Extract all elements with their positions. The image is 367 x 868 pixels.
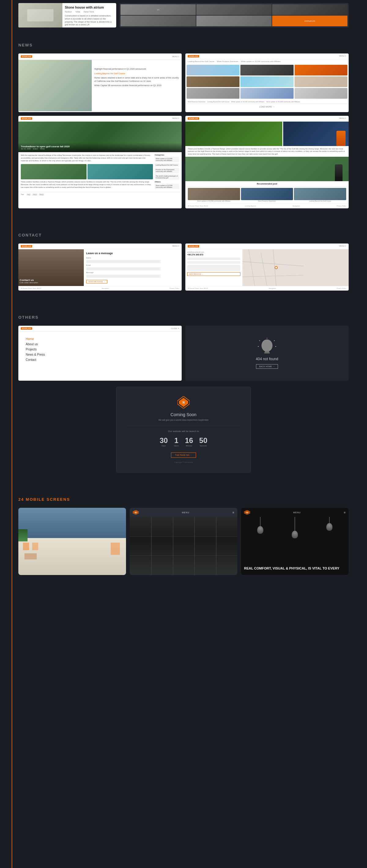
golf-text-2: Three outdoor facilities include a Topmo… bbox=[21, 181, 153, 189]
contact-field-email[interactable] bbox=[86, 267, 161, 270]
mobile-section-title: 24 MOBILE SCREENS bbox=[18, 497, 349, 502]
countdown-hours-label: Hours bbox=[174, 445, 179, 447]
others-section-title: OTHERS bbox=[18, 315, 349, 319]
nav-menu: Home About us Projects News & Press Cont… bbox=[18, 332, 182, 367]
nav-item-news[interactable]: News & Press bbox=[26, 352, 174, 357]
facade-h-1 bbox=[130, 536, 237, 536]
stone-house-desc: Construction is based on a detailed cons… bbox=[65, 14, 114, 26]
neverland-logo-4: NEVERLAND bbox=[188, 117, 199, 120]
golf-side-1: White update on SC20M community with Aff… bbox=[155, 157, 179, 162]
contact-header: NEVERLAND MENU ≡ bbox=[18, 244, 182, 249]
load-more[interactable]: LOAD MORE → bbox=[185, 103, 349, 110]
neverland-logo-5: NEVERLAND bbox=[21, 245, 32, 247]
mobile-menu-label-3[interactable]: MENU bbox=[293, 512, 301, 514]
countdown-hours: 1 Hours bbox=[174, 436, 179, 447]
light-cord-1 bbox=[260, 517, 260, 526]
rec-bottom-img-1 bbox=[188, 188, 240, 200]
golf-tag-3: TAG3 bbox=[38, 193, 44, 196]
nav-item-home[interactable]: Home bbox=[26, 336, 174, 342]
countdown-minutes: 16 Minutes bbox=[185, 436, 193, 447]
grid-img-6 bbox=[294, 76, 347, 87]
highlight-body: Home values reached a level in some stat… bbox=[94, 76, 179, 83]
mobile-card-2: N MENU ≡ bbox=[130, 508, 237, 575]
contact-hero-img: Contact us Look under description bbox=[18, 249, 84, 286]
news-section-title: NEWS bbox=[18, 43, 349, 48]
rec-text-1: These post facilities include a Topmost … bbox=[185, 146, 349, 157]
light-shade-2 bbox=[292, 531, 298, 538]
contact-send-btn[interactable]: SEND MESSAGE → bbox=[86, 280, 108, 283]
map-phone: +56 274 345 873 bbox=[187, 254, 241, 256]
svg-text:N: N bbox=[247, 512, 248, 514]
map-area bbox=[243, 249, 349, 286]
golf-side-3: Practice on the Preenguard community wit… bbox=[155, 168, 179, 173]
countdown-hours-num: 1 bbox=[174, 436, 179, 445]
map-field-3 bbox=[187, 265, 241, 271]
highlight-image bbox=[18, 60, 92, 111]
neverland-logo-7: NEVERLAND bbox=[21, 327, 32, 330]
contact-field-name[interactable] bbox=[86, 260, 161, 263]
mobile-overlay-text-3: REAL COMFORT, VISUAL & PHYSICAL, IS VITA… bbox=[244, 566, 346, 570]
map-send-btn[interactable]: SEND MESSAGE → bbox=[187, 272, 241, 276]
nav-item-projects[interactable]: Projects bbox=[26, 347, 174, 352]
nav-close[interactable]: CLOSE ✕ bbox=[171, 327, 179, 330]
window-2 bbox=[32, 542, 38, 550]
contact-field-message[interactable] bbox=[86, 275, 161, 278]
countdown-days-label: Days bbox=[160, 445, 168, 447]
countdown-seconds-label: Seconds bbox=[199, 445, 207, 447]
svg-text:N: N bbox=[182, 401, 185, 404]
grid-news-header: NEVERLAND MENU ≡ bbox=[185, 54, 349, 59]
svg-line-14 bbox=[274, 340, 275, 341]
contact-leave-msg: Leave us a message bbox=[86, 252, 179, 255]
coming-soon-wrapper: N Coming Soon We will give you a world c… bbox=[18, 381, 349, 473]
light-shade-3 bbox=[326, 523, 333, 531]
not-found-text: 404 not found bbox=[256, 357, 278, 361]
cs-btn[interactable]: THE PAGE NG → bbox=[171, 453, 196, 458]
not-found-btn[interactable]: BACK HOME → bbox=[256, 364, 278, 369]
countdown-minutes-label: Minutes bbox=[185, 445, 193, 447]
contact-us-desc: Look under description bbox=[20, 282, 83, 283]
countdown-minutes-num: 16 bbox=[185, 436, 193, 445]
golf-side-2: Looking Beyond the Golf Course bbox=[155, 163, 179, 167]
contact-field-message-label: Message bbox=[86, 272, 179, 274]
coming-soon-logo-wrapper: N bbox=[126, 396, 241, 408]
window-3 bbox=[111, 542, 120, 555]
grid-img-3 bbox=[294, 65, 347, 75]
golf-sidebar: Categories White update on SC20M communi… bbox=[155, 154, 179, 190]
rec-bottom-label-2: Most Presence Downtown bbox=[241, 200, 293, 202]
rec-bottom-img-2 bbox=[241, 188, 293, 200]
mobile-menu-label-2[interactable]: MENU bbox=[182, 512, 190, 514]
map-svg bbox=[243, 249, 349, 286]
map-card: NEVERLAND MENU ≡ info@neverland.com +56 … bbox=[185, 244, 349, 290]
golf-side-4: The world's leading developer of Champio… bbox=[155, 174, 179, 180]
golf-article: With the spectacular natural buildings o… bbox=[21, 154, 153, 190]
map-field-2 bbox=[187, 261, 241, 264]
countdown-seconds-num: 50 bbox=[199, 436, 207, 445]
mobile-menu-icon-3[interactable]: ≡ bbox=[344, 511, 346, 514]
highlight-link[interactable]: Looking Beyond the Golf Course bbox=[94, 72, 179, 75]
map-menu: MENU ≡ bbox=[339, 245, 346, 247]
nav-item-about[interactable]: About us bbox=[26, 342, 174, 347]
rec-middle-person bbox=[335, 164, 342, 181]
golf-hero-overlay: Troubadbour to open golf course fall 202… bbox=[18, 143, 182, 152]
highlight-content: Highlight Highlight financial performanc… bbox=[18, 60, 182, 111]
contact-us-label: Contact us bbox=[20, 279, 83, 282]
neverland-logo-2: NEVERLAND bbox=[188, 55, 199, 57]
neverland-logo: NEVERLAND bbox=[21, 55, 32, 58]
nav-item-contact[interactable]: Contact bbox=[26, 357, 174, 362]
svg-text:N: N bbox=[135, 512, 136, 514]
window-1 bbox=[23, 542, 29, 550]
mobile-menu-icon-2[interactable]: ≡ bbox=[232, 511, 234, 514]
neverland-logo-3: NEVERLAND bbox=[21, 117, 32, 120]
mobile-card-3: N MENU ≡ REA bbox=[241, 508, 349, 575]
contact-field-name-label: Name bbox=[86, 257, 179, 259]
rec-hero-right bbox=[283, 122, 349, 146]
highlight-footer-text: White Capital SB announces double financ… bbox=[94, 84, 179, 87]
grid-images bbox=[185, 64, 349, 100]
light-cord-3 bbox=[329, 517, 330, 523]
golf-other-1: Stone update on SC20M community with Aff… bbox=[155, 184, 179, 189]
building bbox=[18, 538, 126, 575]
golf-tags-label: Tags bbox=[21, 193, 24, 196]
coming-soon-title: Coming Soon bbox=[126, 412, 241, 417]
nav-card: NEVERLAND CLOSE ✕ Home About us Projects… bbox=[18, 326, 182, 381]
rec-bottom-grid: Rock update on SC20M community with Affi… bbox=[185, 187, 349, 203]
